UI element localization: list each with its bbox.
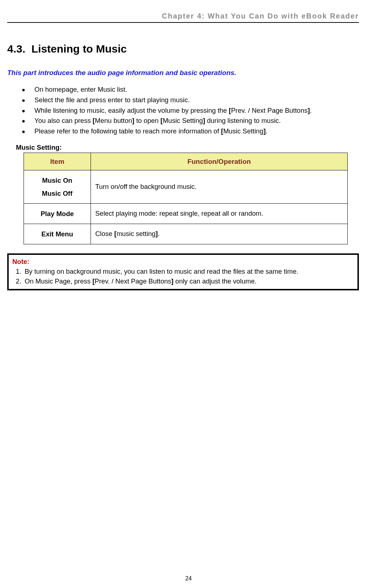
cell-item: Play Mode	[24, 203, 91, 224]
cell-item: Music On Music Off	[24, 170, 91, 203]
cell-function: Turn on/off the background music.	[91, 170, 348, 203]
item-line: Music Off	[42, 190, 72, 197]
list-item: Please refer to the following table to r…	[22, 127, 359, 136]
list-item: You also can press [Menu button] to open…	[22, 116, 359, 126]
note-list: By turning on background music, you can …	[12, 267, 354, 286]
section-heading: 4.3. Listening to Music	[7, 41, 359, 57]
intro-line: This part introduces the audio page info…	[7, 68, 359, 78]
cell-item: Exit Menu	[24, 224, 91, 244]
col-item: Item	[24, 153, 91, 170]
list-item: On homepage, enter Music list.	[22, 85, 359, 95]
note-item: On Music Page, press [Prev. / Next Page …	[23, 277, 354, 286]
page-number: 24	[0, 574, 377, 583]
section-number: 4.3.	[7, 43, 25, 55]
note-item: By turning on background music, you can …	[23, 267, 354, 277]
col-function: Function/Operation	[91, 153, 348, 170]
table-header-row: Item Function/Operation	[24, 153, 348, 170]
item-line: Music On	[42, 177, 72, 184]
note-box: Note: By turning on background music, yo…	[7, 253, 359, 290]
table-row: Exit Menu Close [music setting].	[24, 224, 348, 244]
list-item: While listening to music, easily adjust …	[22, 106, 359, 116]
note-label: Note:	[12, 258, 29, 265]
section-title-text: Listening to Music	[32, 43, 127, 55]
running-head: Chapter 4: What You Can Do with eBook Re…	[7, 11, 359, 23]
table-row: Music On Music Off Turn on/off the backg…	[24, 170, 348, 203]
page: Chapter 4: What You Can Do with eBook Re…	[0, 0, 377, 588]
table-caption: Music Setting:	[16, 143, 359, 153]
music-setting-table: Item Function/Operation Music On Music O…	[24, 153, 348, 244]
cell-function: Close [music setting].	[91, 224, 348, 244]
cell-function: Select playing mode: repeat single, repe…	[91, 203, 348, 224]
list-item: Select the file and press enter to start…	[22, 95, 359, 105]
bullet-list: On homepage, enter Music list. Select th…	[7, 85, 359, 136]
table-row: Play Mode Select playing mode: repeat si…	[24, 203, 348, 224]
